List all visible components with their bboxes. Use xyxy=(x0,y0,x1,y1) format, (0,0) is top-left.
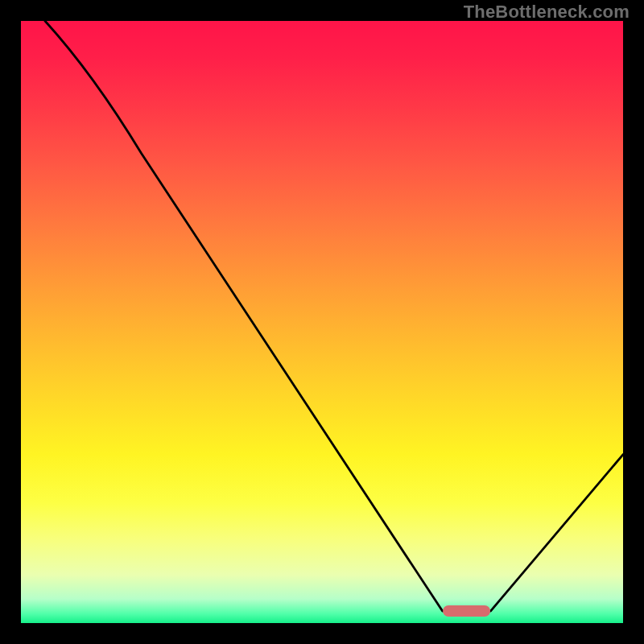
bottleneck-curve xyxy=(21,21,623,623)
plot-area xyxy=(21,21,623,623)
watermark-text: TheBottleneck.com xyxy=(464,2,630,23)
optimal-marker xyxy=(443,605,491,617)
chart-frame: TheBottleneck.com xyxy=(0,0,644,644)
